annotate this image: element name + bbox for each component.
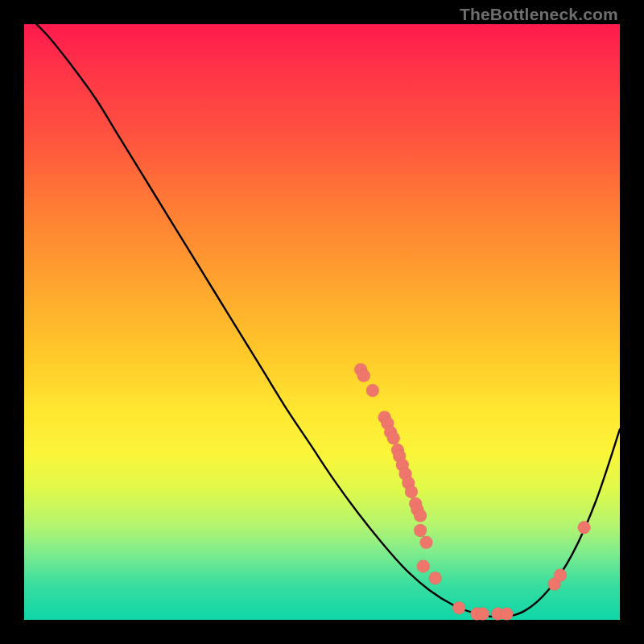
data-point bbox=[405, 485, 418, 498]
bottleneck-curve bbox=[24, 12, 620, 617]
data-point bbox=[554, 569, 567, 582]
data-point bbox=[414, 510, 427, 522]
data-point bbox=[366, 384, 379, 397]
data-point bbox=[500, 608, 513, 621]
data-point bbox=[387, 431, 400, 444]
data-point bbox=[414, 524, 427, 537]
watermark-text: TheBottleneck.com bbox=[460, 5, 618, 24]
data-points-group bbox=[354, 363, 590, 620]
data-point bbox=[429, 572, 442, 584]
data-point bbox=[417, 559, 430, 572]
data-point bbox=[357, 369, 370, 382]
data-point bbox=[420, 536, 433, 549]
chart-overlay bbox=[24, 24, 620, 620]
data-point bbox=[452, 601, 465, 614]
data-point bbox=[477, 608, 489, 621]
data-point bbox=[578, 521, 591, 534]
